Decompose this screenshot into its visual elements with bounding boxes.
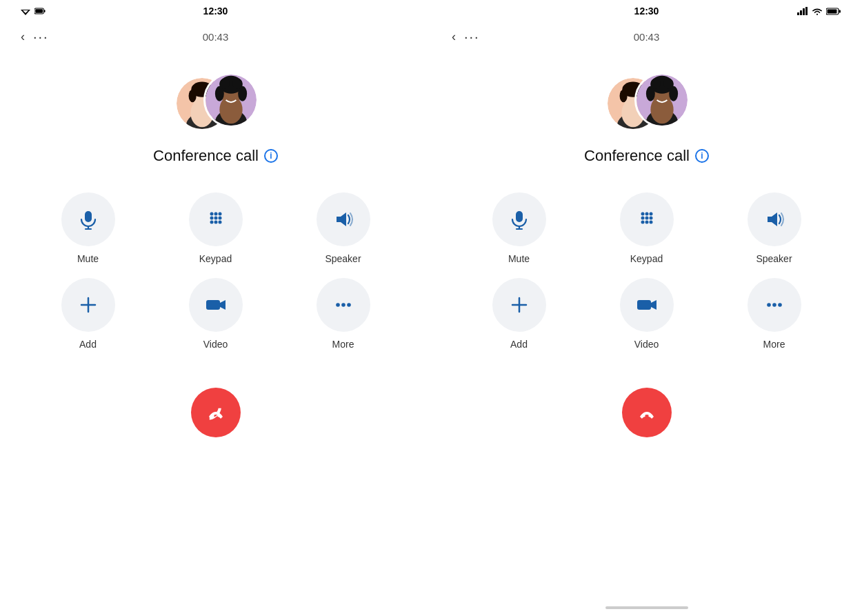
right-phone-panel: 12:30 ‹ ·· bbox=[431, 0, 862, 616]
left-info-icon[interactable]: i bbox=[264, 149, 278, 163]
svg-point-71 bbox=[645, 217, 648, 220]
svg-point-28 bbox=[214, 217, 217, 220]
right-back-icon[interactable]: ‹ bbox=[452, 30, 456, 44]
svg-point-60 bbox=[645, 86, 654, 101]
left-keypad-label: Keypad bbox=[199, 253, 232, 264]
left-avatar-person2 bbox=[203, 72, 259, 128]
svg-point-61 bbox=[669, 86, 678, 101]
battery-icon bbox=[34, 8, 46, 14]
svg-point-75 bbox=[649, 221, 652, 224]
svg-point-69 bbox=[649, 212, 652, 216]
right-dots-menu[interactable]: ··· bbox=[464, 29, 480, 45]
right-mute-btn[interactable]: Mute bbox=[465, 192, 572, 264]
keypad-icon bbox=[205, 208, 227, 230]
right-speaker-label: Speaker bbox=[756, 253, 792, 264]
left-more-btn[interactable]: More bbox=[290, 278, 397, 350]
right-conference-title: Conference call i bbox=[584, 147, 709, 165]
right-person2-face-svg bbox=[637, 74, 688, 126]
left-end-call-button[interactable] bbox=[191, 388, 241, 437]
right-call-timer: 00:43 bbox=[634, 31, 660, 43]
left-controls-grid: Mute Keypad bbox=[0, 192, 431, 350]
svg-point-62 bbox=[650, 79, 661, 89]
right-video-icon bbox=[636, 294, 658, 316]
left-speaker-btn[interactable]: Speaker bbox=[290, 192, 397, 264]
svg-marker-76 bbox=[768, 212, 777, 226]
left-dots-menu[interactable]: ··· bbox=[33, 29, 49, 45]
left-back-area: ‹ ··· bbox=[21, 29, 49, 45]
right-avatar-group bbox=[605, 72, 688, 135]
svg-rect-4 bbox=[35, 9, 43, 12]
svg-point-19 bbox=[219, 79, 230, 89]
left-mute-label: Mute bbox=[77, 253, 99, 264]
left-add-btn[interactable]: Add bbox=[34, 278, 141, 350]
right-video-label: Video bbox=[634, 339, 659, 350]
right-controls-grid: Mute Keypad bbox=[431, 192, 862, 350]
signal-icon bbox=[797, 7, 808, 15]
left-call-timer: 00:43 bbox=[203, 31, 229, 43]
right-more-btn[interactable]: More bbox=[721, 278, 828, 350]
right-bottom-indicator bbox=[605, 606, 688, 609]
left-video-btn[interactable]: Video bbox=[162, 278, 269, 350]
left-avatar-group bbox=[174, 72, 257, 135]
svg-rect-41 bbox=[797, 12, 799, 15]
right-end-call-icon bbox=[636, 401, 658, 424]
svg-marker-80 bbox=[651, 300, 656, 310]
right-info-icon[interactable]: i bbox=[695, 149, 709, 163]
left-video-label: Video bbox=[203, 339, 228, 350]
svg-point-72 bbox=[649, 217, 652, 220]
right-avatar-person2 bbox=[634, 72, 690, 128]
svg-marker-33 bbox=[337, 212, 346, 226]
svg-point-39 bbox=[341, 303, 345, 307]
right-more-label: More bbox=[763, 339, 785, 350]
left-status-icons-left bbox=[21, 7, 46, 15]
right-speaker-btn[interactable]: Speaker bbox=[721, 192, 828, 264]
mic-icon bbox=[77, 208, 99, 230]
svg-point-40 bbox=[347, 303, 351, 307]
svg-rect-21 bbox=[85, 211, 92, 222]
svg-rect-79 bbox=[637, 300, 651, 310]
svg-rect-44 bbox=[805, 7, 808, 15]
right-nav-bar: ‹ ··· 00:43 bbox=[431, 19, 862, 52]
left-mute-btn[interactable]: Mute bbox=[34, 192, 141, 264]
right-more-icon bbox=[763, 294, 785, 316]
left-status-time: 12:30 bbox=[203, 6, 228, 17]
left-conference-title: Conference call i bbox=[153, 147, 278, 165]
svg-point-20 bbox=[232, 79, 242, 89]
left-more-label: More bbox=[332, 339, 354, 350]
svg-marker-37 bbox=[220, 300, 225, 310]
svg-point-81 bbox=[767, 303, 771, 307]
svg-point-53 bbox=[619, 90, 627, 103]
right-speaker-icon bbox=[763, 208, 785, 230]
svg-point-67 bbox=[641, 212, 644, 216]
svg-point-63 bbox=[663, 79, 673, 89]
svg-rect-64 bbox=[516, 211, 523, 222]
svg-rect-47 bbox=[828, 9, 837, 13]
right-keypad-btn[interactable]: Keypad bbox=[593, 192, 700, 264]
more-icon bbox=[332, 294, 354, 316]
svg-point-32 bbox=[218, 221, 221, 224]
right-status-time: 12:30 bbox=[634, 6, 659, 17]
left-back-icon[interactable]: ‹ bbox=[21, 30, 25, 44]
svg-point-25 bbox=[214, 212, 217, 216]
svg-rect-42 bbox=[800, 10, 802, 15]
right-video-btn[interactable]: Video bbox=[593, 278, 700, 350]
svg-point-24 bbox=[210, 212, 213, 216]
left-add-label: Add bbox=[79, 339, 97, 350]
end-call-icon bbox=[205, 401, 227, 424]
svg-point-30 bbox=[210, 221, 213, 224]
right-add-btn[interactable]: Add bbox=[465, 278, 572, 350]
left-keypad-btn[interactable]: Keypad bbox=[162, 192, 269, 264]
wifi-icon bbox=[21, 7, 30, 15]
svg-rect-36 bbox=[206, 300, 220, 310]
svg-point-26 bbox=[218, 212, 221, 216]
right-mute-label: Mute bbox=[508, 253, 530, 264]
right-end-call-button[interactable] bbox=[622, 388, 672, 437]
svg-point-38 bbox=[336, 303, 340, 307]
video-icon bbox=[205, 294, 227, 316]
svg-point-70 bbox=[641, 217, 644, 220]
right-wifi-icon bbox=[812, 7, 822, 15]
svg-point-83 bbox=[778, 303, 782, 307]
svg-point-82 bbox=[772, 303, 776, 307]
svg-point-68 bbox=[645, 212, 648, 216]
svg-point-73 bbox=[641, 221, 644, 224]
